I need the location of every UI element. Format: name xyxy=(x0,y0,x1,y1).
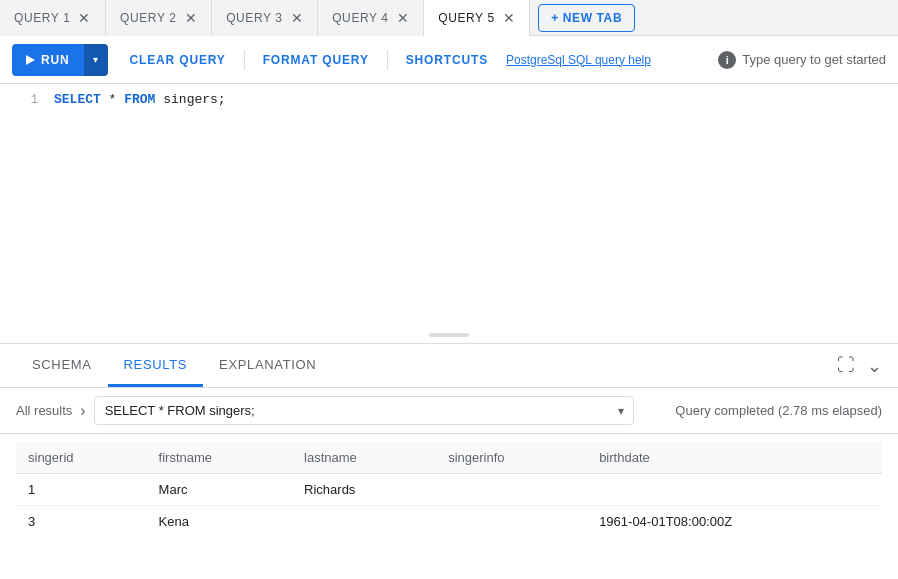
bottom-tabs-right: ⛶ ⌄ xyxy=(837,355,882,377)
cell-firstname-1: Marc xyxy=(147,474,292,506)
tab-query1-label: QUERY 1 xyxy=(14,11,70,25)
all-results-label: All results xyxy=(16,403,72,418)
tab-query5-label: QUERY 5 xyxy=(438,11,494,25)
tab-query2-close[interactable]: ✕ xyxy=(185,10,198,26)
tab-query2[interactable]: QUERY 2 ✕ xyxy=(106,0,212,36)
results-table-header-row: singerid firstname lastname singerinfo b… xyxy=(16,442,882,474)
new-tab-button[interactable]: + NEW TAB xyxy=(538,4,635,32)
tab-query3-close[interactable]: ✕ xyxy=(291,10,304,26)
tab-query5-close[interactable]: ✕ xyxy=(503,10,516,26)
tab-query1-close[interactable]: ✕ xyxy=(78,10,91,26)
toolbar-hint: Type query to get started xyxy=(742,52,886,67)
line-number-1: 1 xyxy=(8,93,38,107)
toolbar-divider2 xyxy=(387,50,388,70)
col-birthdate: birthdate xyxy=(587,442,882,474)
col-lastname: lastname xyxy=(292,442,436,474)
tabs-bar: QUERY 1 ✕ QUERY 2 ✕ QUERY 3 ✕ QUERY 4 ✕ … xyxy=(0,0,898,36)
results-table-head: singerid firstname lastname singerinfo b… xyxy=(16,442,882,474)
col-firstname: firstname xyxy=(147,442,292,474)
chevron-down-icon[interactable]: ⌄ xyxy=(867,355,882,377)
tab-results[interactable]: RESULTS xyxy=(108,345,204,387)
line-content-1: SELECT * FROM singers; xyxy=(54,92,226,107)
cell-singerid-2: 3 xyxy=(16,506,147,538)
run-btn-group: RUN ▾ xyxy=(12,44,108,76)
results-filter-bar: All results › SELECT * FROM singers; ▾ Q… xyxy=(0,388,898,434)
query-select-wrapper: SELECT * FROM singers; ▾ xyxy=(94,396,634,425)
table-row: 1 Marc Richards xyxy=(16,474,882,506)
query-select[interactable]: SELECT * FROM singers; xyxy=(94,396,634,425)
tab-query5[interactable]: QUERY 5 ✕ xyxy=(424,0,530,36)
run-button[interactable]: RUN xyxy=(12,44,84,76)
cell-birthdate-1 xyxy=(587,474,882,506)
tab-query4[interactable]: QUERY 4 ✕ xyxy=(318,0,424,36)
tab-query4-label: QUERY 4 xyxy=(332,11,388,25)
editor-area[interactable]: 1 SELECT * FROM singers; xyxy=(0,84,898,344)
run-label: RUN xyxy=(41,53,70,67)
cell-lastname-1: Richards xyxy=(292,474,436,506)
run-dropdown-button[interactable]: ▾ xyxy=(84,44,108,76)
bottom-tabs-left: SCHEMA RESULTS EXPLANATION xyxy=(16,345,332,387)
toolbar-divider1 xyxy=(244,50,245,70)
toolbar-info: i Type query to get started xyxy=(718,51,886,69)
col-singerid: singerid xyxy=(16,442,147,474)
expand-icon[interactable]: ⛶ xyxy=(837,355,855,376)
query-status: Query completed (2.78 ms elapsed) xyxy=(675,403,882,418)
table-row: 3 Kena 1961-04-01T08:00:00Z xyxy=(16,506,882,538)
results-table-wrapper: singerid firstname lastname singerinfo b… xyxy=(0,434,898,537)
results-chevron-icon[interactable]: › xyxy=(80,402,85,420)
cell-firstname-2: Kena xyxy=(147,506,292,538)
scrollbar-hint xyxy=(429,333,469,337)
shortcuts-button[interactable]: SHORTCUTS xyxy=(396,44,498,76)
editor-line-1: 1 SELECT * FROM singers; xyxy=(0,92,898,112)
cell-singerinfo-1 xyxy=(436,474,587,506)
tab-query1[interactable]: QUERY 1 ✕ xyxy=(0,0,106,36)
cell-singerid-1: 1 xyxy=(16,474,147,506)
tab-explanation[interactable]: EXPLANATION xyxy=(203,345,332,387)
tab-schema[interactable]: SCHEMA xyxy=(16,345,108,387)
bottom-tabs: SCHEMA RESULTS EXPLANATION ⛶ ⌄ xyxy=(0,344,898,388)
tab-query3-label: QUERY 3 xyxy=(226,11,282,25)
help-link[interactable]: PostgreSql SQL query help xyxy=(506,53,651,67)
results-table-body: 1 Marc Richards 3 Kena 1961-04-01T08:00:… xyxy=(16,474,882,538)
play-icon xyxy=(26,55,35,65)
col-singerinfo: singerinfo xyxy=(436,442,587,474)
cell-birthdate-2: 1961-04-01T08:00:00Z xyxy=(587,506,882,538)
clear-query-button[interactable]: CLEAR QUERY xyxy=(120,44,236,76)
tab-query3[interactable]: QUERY 3 ✕ xyxy=(212,0,318,36)
format-query-button[interactable]: FORMAT QUERY xyxy=(253,44,379,76)
cell-lastname-2 xyxy=(292,506,436,538)
toolbar: RUN ▾ CLEAR QUERY FORMAT QUERY SHORTCUTS… xyxy=(0,36,898,84)
cell-singerinfo-2 xyxy=(436,506,587,538)
results-table: singerid firstname lastname singerinfo b… xyxy=(16,442,882,537)
tab-query4-close[interactable]: ✕ xyxy=(397,10,410,26)
info-icon: i xyxy=(718,51,736,69)
tab-query2-label: QUERY 2 xyxy=(120,11,176,25)
